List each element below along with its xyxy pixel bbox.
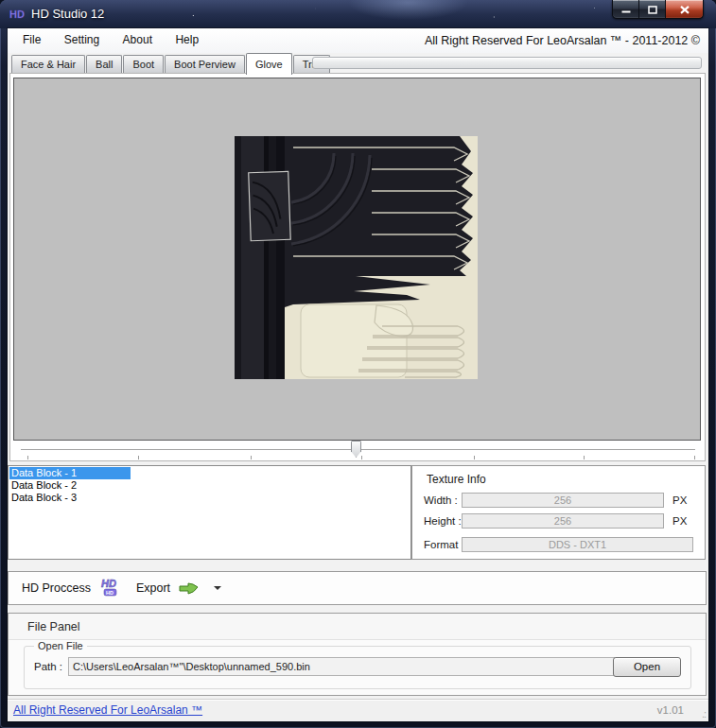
slider-tick <box>27 456 28 459</box>
export-dropdown-caret-icon[interactable] <box>214 586 221 590</box>
list-item-data-block-1[interactable]: Data Block - 1 <box>9 467 131 479</box>
copyright-text: All Right Reserved For LeoArsalan ™ - 20… <box>425 34 700 47</box>
file-panel-title: File Panel <box>9 614 706 640</box>
width-value: 256 <box>462 493 664 508</box>
texture-preview-panel <box>13 78 701 441</box>
tab-boot[interactable]: Boot <box>123 55 164 74</box>
open-file-legend: Open File <box>34 640 87 651</box>
close-button[interactable] <box>665 0 704 19</box>
path-input[interactable] <box>68 657 615 676</box>
texture-info-title: Texture Info <box>427 473 486 486</box>
app-window: HD HD Studio 12 File Setting About Help … <box>0 0 716 728</box>
hd-process-label[interactable]: HD Proccess <box>22 581 91 595</box>
menu-about[interactable]: About <box>114 28 162 53</box>
close-icon <box>679 4 690 14</box>
status-bar: All Right Reserved For LeoArsalan ™ v1.0… <box>8 700 708 721</box>
slider-tick <box>694 456 695 459</box>
texture-info-panel: Texture Info Width : 256 PX Height : 256… <box>411 465 706 560</box>
version-text: v1.01 <box>657 704 684 716</box>
resize-grip-icon[interactable]: .: <box>702 708 706 719</box>
data-block-list: Data Block - 1 Data Block - 2 Data Block… <box>8 465 411 560</box>
format-value: DDS - DXT1 <box>462 537 693 552</box>
hd-studio-logo-icon: HD <box>9 7 25 22</box>
minimize-button[interactable] <box>612 0 639 19</box>
caption-buttons <box>612 0 704 19</box>
width-unit: PX <box>672 494 687 506</box>
tabs: Face & Hair Ball Boot Boot Perview Glove… <box>11 53 331 74</box>
format-label: Format : <box>424 539 464 550</box>
title-bar[interactable]: HD HD Studio 12 <box>0 0 716 28</box>
window-title: HD Studio 12 <box>31 7 104 21</box>
path-label: Path : <box>34 661 62 672</box>
glove-tab-page <box>9 73 706 461</box>
menu-bar: File Setting About Help All Right Reserv… <box>8 28 708 53</box>
tab-boot-perview[interactable]: Boot Perview <box>165 55 245 74</box>
svg-text:HD: HD <box>106 590 114 596</box>
maximize-button[interactable] <box>639 0 665 19</box>
glove-texture-image <box>235 136 478 379</box>
hd-process-icon[interactable]: HD HD <box>98 576 123 600</box>
slider-tick <box>361 456 362 459</box>
list-item-data-block-2[interactable]: Data Block - 2 <box>9 479 410 492</box>
height-value: 256 <box>462 513 664 529</box>
width-label: Width : <box>424 494 458 506</box>
export-arrow-icon[interactable] <box>178 580 201 597</box>
maximize-icon <box>647 4 657 14</box>
slider-tick <box>251 456 252 459</box>
menu-file[interactable]: File <box>13 28 50 53</box>
open-button[interactable]: Open <box>613 657 681 677</box>
tab-strip: Face & Hair Ball Boot Boot Perview Glove… <box>8 53 708 74</box>
tab-glove[interactable]: Glove <box>246 53 292 75</box>
slider-tick <box>138 456 139 459</box>
tab-face-hair[interactable]: Face & Hair <box>11 55 85 74</box>
menu-setting[interactable]: Setting <box>55 28 109 53</box>
file-panel: File Panel Open File Path : Open <box>8 613 707 696</box>
list-item-data-block-3[interactable]: Data Block - 3 <box>9 492 410 504</box>
zoom-slider-thumb[interactable] <box>351 441 361 458</box>
progress-bar <box>312 57 702 69</box>
height-unit: PX <box>672 515 687 527</box>
height-label: Height : <box>424 515 462 527</box>
status-link[interactable]: All Right Reserved For LeoArsalan ™ <box>13 703 202 717</box>
menu-help[interactable]: Help <box>166 28 208 53</box>
slider-tick <box>584 456 585 459</box>
svg-text:HD: HD <box>9 9 25 20</box>
minimize-icon <box>620 4 631 14</box>
svg-text:HD: HD <box>101 578 116 589</box>
export-label[interactable]: Export <box>136 581 170 595</box>
client-area: File Setting About Help All Right Reserv… <box>8 28 708 721</box>
tab-ball[interactable]: Ball <box>86 55 122 74</box>
slider-tick <box>474 456 475 459</box>
open-file-group: Open File Path : Open <box>24 646 691 689</box>
hd-process-toolbar: HD Proccess HD HD Export <box>8 571 707 605</box>
